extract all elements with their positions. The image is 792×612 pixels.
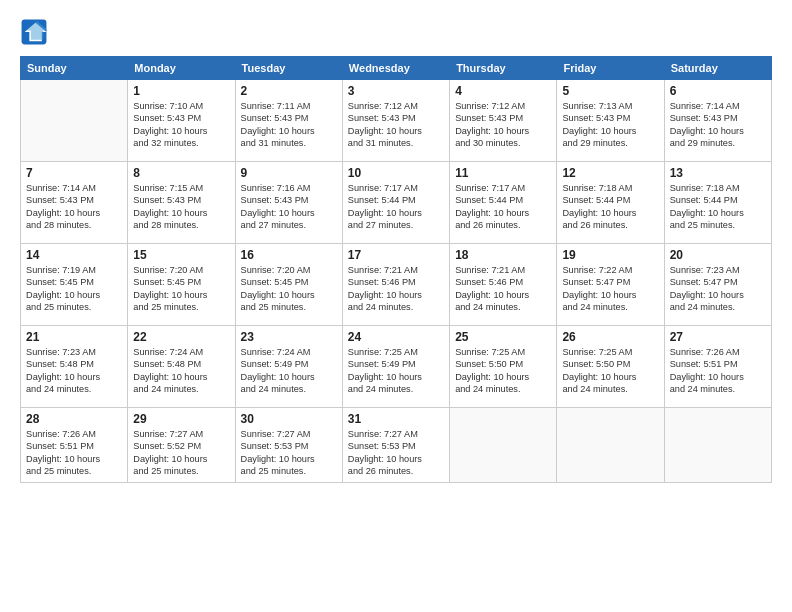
day-info: Sunrise: 7:23 AM Sunset: 5:48 PM Dayligh…	[26, 346, 122, 396]
day-info: Sunrise: 7:20 AM Sunset: 5:45 PM Dayligh…	[241, 264, 337, 314]
day-number: 16	[241, 248, 337, 262]
day-info: Sunrise: 7:24 AM Sunset: 5:48 PM Dayligh…	[133, 346, 229, 396]
day-number: 7	[26, 166, 122, 180]
day-cell: 24Sunrise: 7:25 AM Sunset: 5:49 PM Dayli…	[342, 326, 449, 408]
day-info: Sunrise: 7:17 AM Sunset: 5:44 PM Dayligh…	[348, 182, 444, 232]
day-cell: 9Sunrise: 7:16 AM Sunset: 5:43 PM Daylig…	[235, 162, 342, 244]
day-info: Sunrise: 7:11 AM Sunset: 5:43 PM Dayligh…	[241, 100, 337, 150]
day-cell: 7Sunrise: 7:14 AM Sunset: 5:43 PM Daylig…	[21, 162, 128, 244]
day-cell: 17Sunrise: 7:21 AM Sunset: 5:46 PM Dayli…	[342, 244, 449, 326]
day-number: 31	[348, 412, 444, 426]
day-info: Sunrise: 7:24 AM Sunset: 5:49 PM Dayligh…	[241, 346, 337, 396]
day-cell: 28Sunrise: 7:26 AM Sunset: 5:51 PM Dayli…	[21, 408, 128, 483]
day-number: 9	[241, 166, 337, 180]
day-cell: 11Sunrise: 7:17 AM Sunset: 5:44 PM Dayli…	[450, 162, 557, 244]
day-number: 4	[455, 84, 551, 98]
day-info: Sunrise: 7:14 AM Sunset: 5:43 PM Dayligh…	[26, 182, 122, 232]
day-info: Sunrise: 7:23 AM Sunset: 5:47 PM Dayligh…	[670, 264, 766, 314]
day-cell: 2Sunrise: 7:11 AM Sunset: 5:43 PM Daylig…	[235, 80, 342, 162]
day-number: 15	[133, 248, 229, 262]
day-number: 14	[26, 248, 122, 262]
day-info: Sunrise: 7:21 AM Sunset: 5:46 PM Dayligh…	[455, 264, 551, 314]
day-number: 20	[670, 248, 766, 262]
day-number: 3	[348, 84, 444, 98]
day-cell: 18Sunrise: 7:21 AM Sunset: 5:46 PM Dayli…	[450, 244, 557, 326]
day-number: 21	[26, 330, 122, 344]
day-number: 17	[348, 248, 444, 262]
day-number: 11	[455, 166, 551, 180]
day-info: Sunrise: 7:22 AM Sunset: 5:47 PM Dayligh…	[562, 264, 658, 314]
day-cell: 13Sunrise: 7:18 AM Sunset: 5:44 PM Dayli…	[664, 162, 771, 244]
col-header-thursday: Thursday	[450, 57, 557, 80]
calendar-table: SundayMondayTuesdayWednesdayThursdayFrid…	[20, 56, 772, 483]
header-row: SundayMondayTuesdayWednesdayThursdayFrid…	[21, 57, 772, 80]
page: SundayMondayTuesdayWednesdayThursdayFrid…	[0, 0, 792, 612]
day-cell: 1Sunrise: 7:10 AM Sunset: 5:43 PM Daylig…	[128, 80, 235, 162]
day-cell	[450, 408, 557, 483]
logo	[20, 18, 52, 46]
day-cell: 31Sunrise: 7:27 AM Sunset: 5:53 PM Dayli…	[342, 408, 449, 483]
day-number: 10	[348, 166, 444, 180]
col-header-friday: Friday	[557, 57, 664, 80]
day-info: Sunrise: 7:25 AM Sunset: 5:49 PM Dayligh…	[348, 346, 444, 396]
day-info: Sunrise: 7:20 AM Sunset: 5:45 PM Dayligh…	[133, 264, 229, 314]
day-cell: 26Sunrise: 7:25 AM Sunset: 5:50 PM Dayli…	[557, 326, 664, 408]
day-number: 6	[670, 84, 766, 98]
day-number: 8	[133, 166, 229, 180]
day-cell	[664, 408, 771, 483]
col-header-sunday: Sunday	[21, 57, 128, 80]
day-cell: 22Sunrise: 7:24 AM Sunset: 5:48 PM Dayli…	[128, 326, 235, 408]
day-info: Sunrise: 7:25 AM Sunset: 5:50 PM Dayligh…	[562, 346, 658, 396]
week-row-0: 1Sunrise: 7:10 AM Sunset: 5:43 PM Daylig…	[21, 80, 772, 162]
day-info: Sunrise: 7:26 AM Sunset: 5:51 PM Dayligh…	[670, 346, 766, 396]
day-cell: 21Sunrise: 7:23 AM Sunset: 5:48 PM Dayli…	[21, 326, 128, 408]
day-cell: 5Sunrise: 7:13 AM Sunset: 5:43 PM Daylig…	[557, 80, 664, 162]
day-number: 5	[562, 84, 658, 98]
day-info: Sunrise: 7:15 AM Sunset: 5:43 PM Dayligh…	[133, 182, 229, 232]
day-cell: 20Sunrise: 7:23 AM Sunset: 5:47 PM Dayli…	[664, 244, 771, 326]
week-row-4: 28Sunrise: 7:26 AM Sunset: 5:51 PM Dayli…	[21, 408, 772, 483]
day-info: Sunrise: 7:26 AM Sunset: 5:51 PM Dayligh…	[26, 428, 122, 478]
day-cell: 23Sunrise: 7:24 AM Sunset: 5:49 PM Dayli…	[235, 326, 342, 408]
day-cell: 8Sunrise: 7:15 AM Sunset: 5:43 PM Daylig…	[128, 162, 235, 244]
day-info: Sunrise: 7:27 AM Sunset: 5:52 PM Dayligh…	[133, 428, 229, 478]
day-cell	[557, 408, 664, 483]
col-header-saturday: Saturday	[664, 57, 771, 80]
day-cell: 6Sunrise: 7:14 AM Sunset: 5:43 PM Daylig…	[664, 80, 771, 162]
day-number: 13	[670, 166, 766, 180]
day-info: Sunrise: 7:12 AM Sunset: 5:43 PM Dayligh…	[455, 100, 551, 150]
day-number: 30	[241, 412, 337, 426]
day-number: 28	[26, 412, 122, 426]
day-cell: 19Sunrise: 7:22 AM Sunset: 5:47 PM Dayli…	[557, 244, 664, 326]
day-cell: 15Sunrise: 7:20 AM Sunset: 5:45 PM Dayli…	[128, 244, 235, 326]
day-cell	[21, 80, 128, 162]
day-info: Sunrise: 7:13 AM Sunset: 5:43 PM Dayligh…	[562, 100, 658, 150]
week-row-1: 7Sunrise: 7:14 AM Sunset: 5:43 PM Daylig…	[21, 162, 772, 244]
col-header-monday: Monday	[128, 57, 235, 80]
logo-icon	[20, 18, 48, 46]
week-row-3: 21Sunrise: 7:23 AM Sunset: 5:48 PM Dayli…	[21, 326, 772, 408]
day-cell: 12Sunrise: 7:18 AM Sunset: 5:44 PM Dayli…	[557, 162, 664, 244]
day-info: Sunrise: 7:17 AM Sunset: 5:44 PM Dayligh…	[455, 182, 551, 232]
day-cell: 16Sunrise: 7:20 AM Sunset: 5:45 PM Dayli…	[235, 244, 342, 326]
day-info: Sunrise: 7:21 AM Sunset: 5:46 PM Dayligh…	[348, 264, 444, 314]
day-number: 27	[670, 330, 766, 344]
day-number: 29	[133, 412, 229, 426]
day-cell: 30Sunrise: 7:27 AM Sunset: 5:53 PM Dayli…	[235, 408, 342, 483]
day-cell: 27Sunrise: 7:26 AM Sunset: 5:51 PM Dayli…	[664, 326, 771, 408]
day-number: 1	[133, 84, 229, 98]
day-info: Sunrise: 7:18 AM Sunset: 5:44 PM Dayligh…	[562, 182, 658, 232]
day-info: Sunrise: 7:16 AM Sunset: 5:43 PM Dayligh…	[241, 182, 337, 232]
day-info: Sunrise: 7:12 AM Sunset: 5:43 PM Dayligh…	[348, 100, 444, 150]
day-cell: 25Sunrise: 7:25 AM Sunset: 5:50 PM Dayli…	[450, 326, 557, 408]
day-cell: 10Sunrise: 7:17 AM Sunset: 5:44 PM Dayli…	[342, 162, 449, 244]
day-number: 24	[348, 330, 444, 344]
day-cell: 14Sunrise: 7:19 AM Sunset: 5:45 PM Dayli…	[21, 244, 128, 326]
day-cell: 4Sunrise: 7:12 AM Sunset: 5:43 PM Daylig…	[450, 80, 557, 162]
day-info: Sunrise: 7:27 AM Sunset: 5:53 PM Dayligh…	[241, 428, 337, 478]
day-cell: 3Sunrise: 7:12 AM Sunset: 5:43 PM Daylig…	[342, 80, 449, 162]
day-info: Sunrise: 7:25 AM Sunset: 5:50 PM Dayligh…	[455, 346, 551, 396]
day-info: Sunrise: 7:10 AM Sunset: 5:43 PM Dayligh…	[133, 100, 229, 150]
day-info: Sunrise: 7:19 AM Sunset: 5:45 PM Dayligh…	[26, 264, 122, 314]
header	[20, 18, 772, 46]
